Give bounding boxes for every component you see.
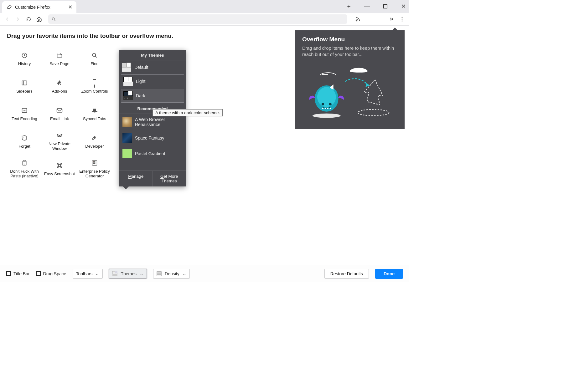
search-icon: [51, 17, 56, 22]
svg-point-7: [92, 53, 96, 56]
palette-item-zoom[interactable]: − +Zoom Controls: [77, 73, 112, 99]
svg-rect-22: [93, 163, 94, 164]
url-bar[interactable]: [48, 14, 347, 24]
item-label: Save Page: [49, 61, 70, 66]
home-button[interactable]: [34, 14, 44, 24]
overflow-desc: Drag and drop items here to keep them wi…: [302, 45, 398, 58]
palette-item-save-page[interactable]: Save Page: [42, 46, 77, 71]
rec-theme-space[interactable]: Space Fantasy: [119, 130, 186, 146]
palette-item-synced-tabs[interactable]: Synced Tabs: [77, 101, 112, 126]
theme-preview-icon: [123, 91, 133, 100]
svg-rect-32: [325, 108, 326, 109]
svg-point-1: [52, 18, 55, 20]
overflow-chevron-icon[interactable]: [387, 14, 396, 24]
item-label: Forget: [18, 144, 30, 149]
reload-button[interactable]: [24, 14, 33, 24]
close-tab-icon[interactable]: ✕: [68, 5, 73, 10]
themes-getmore-button[interactable]: Get More Themes: [153, 171, 186, 186]
themes-manage-button[interactable]: Manage: [119, 171, 153, 186]
paste-ext-icon: [20, 159, 28, 167]
themes-dropdown[interactable]: Themes⌄: [109, 269, 147, 279]
titlebar-checkbox[interactable]: Title Bar: [6, 271, 30, 276]
palette-item-forget[interactable]: Forget: [7, 128, 42, 154]
palette-item-addons[interactable]: Add-ons: [42, 73, 77, 99]
palette-item-developer[interactable]: Developer: [77, 128, 112, 154]
svg-point-2: [356, 20, 356, 21]
sidebars-icon: [20, 79, 28, 87]
item-label: New Private Window: [43, 141, 76, 151]
nav-toolbar: [0, 13, 409, 26]
density-dropdown[interactable]: Density⌄: [153, 269, 190, 279]
palette-item-history[interactable]: History: [7, 46, 42, 71]
theme-label: Dark: [136, 93, 145, 98]
app-menu-button[interactable]: [397, 14, 407, 24]
tab-title: Customize Firefox: [15, 5, 50, 10]
restore-defaults-button[interactable]: Restore Defaults: [324, 269, 369, 279]
svg-point-29: [322, 103, 324, 105]
private-icon: [55, 131, 64, 140]
theme-preview-icon: [122, 63, 131, 72]
window-minimize-icon[interactable]: —: [363, 3, 371, 10]
palette-item-sidebars[interactable]: Sidebars: [7, 73, 42, 99]
item-label: Add-ons: [52, 89, 67, 94]
palette-item-private-window[interactable]: New Private Window: [42, 128, 77, 154]
theme-swatch-icon: [112, 271, 117, 276]
svg-point-4: [401, 18, 402, 19]
theme-row-light[interactable]: Light: [121, 74, 184, 88]
svg-point-5: [401, 20, 402, 21]
item-label: Easy Screenshot: [44, 171, 75, 176]
chevron-down-icon: ⌄: [96, 271, 99, 276]
toolbars-dropdown[interactable]: Toolbars⌄: [73, 269, 103, 279]
palette-item-text-encoding[interactable]: æText Encoding: [7, 101, 42, 126]
dragspace-checkbox[interactable]: Drag Space: [36, 271, 66, 276]
palette-item-paste-ext[interactable]: Don't Fuck With Paste (inactive): [7, 156, 42, 181]
rec-theme-pastel[interactable]: Pastel Gradient: [119, 146, 186, 161]
forget-icon: [20, 134, 28, 142]
feed-icon[interactable]: [353, 14, 362, 24]
overflow-menu-panel[interactable]: Overflow Menu Drag and drop items here t…: [295, 30, 405, 129]
new-tab-button[interactable]: ＋: [345, 3, 353, 10]
themes-popup: My Themes Default Light Dark Recommended…: [119, 50, 186, 186]
item-label: Synced Tabs: [83, 116, 106, 121]
window-maximize-icon[interactable]: [381, 3, 389, 10]
item-label: Enterprise Policy Generator: [78, 169, 111, 178]
chevron-down-icon: ⌄: [183, 271, 186, 276]
zoom-icon: − +: [91, 79, 99, 87]
developer-icon: [91, 134, 99, 142]
rec-label: Pastel Gradient: [135, 151, 165, 156]
theme-swatch: [122, 149, 132, 158]
themes-header: My Themes: [119, 50, 186, 60]
theme-preview-icon: [123, 77, 133, 86]
back-button[interactable]: [3, 14, 12, 24]
palette-item-find[interactable]: Find: [77, 46, 112, 71]
item-label: History: [18, 61, 31, 66]
tab-customize[interactable]: Customize Firefox ✕: [2, 1, 76, 13]
theme-swatch: [122, 117, 132, 127]
density-icon: [157, 271, 162, 276]
theme-row-default[interactable]: Default: [119, 60, 186, 74]
svg-rect-13: [93, 109, 96, 111]
item-label: Email Link: [50, 116, 69, 121]
overflow-title: Overflow Menu: [302, 36, 398, 43]
theme-row-dark[interactable]: Dark: [121, 89, 184, 103]
tab-strip: Customize Firefox ✕ ＋ — ✕: [0, 0, 409, 13]
dragspace-label: Drag Space: [43, 271, 66, 276]
window-close-icon[interactable]: ✕: [400, 3, 407, 10]
palette-item-policy-ext[interactable]: Enterprise Policy Generator: [77, 156, 112, 181]
save-page-icon: [55, 51, 64, 59]
svg-rect-21: [94, 161, 95, 162]
titlebar-label: Title Bar: [13, 271, 30, 276]
palette-item-screenshot[interactable]: Easy Screenshot: [42, 156, 77, 181]
svg-rect-33: [327, 108, 328, 109]
syncedtabs-icon: [91, 106, 99, 115]
done-button[interactable]: Done: [375, 269, 403, 279]
svg-point-28: [317, 87, 336, 107]
tooltip: A theme with a dark color scheme.: [153, 109, 223, 116]
find-icon: [91, 51, 99, 59]
paintbrush-icon: [7, 4, 12, 10]
item-label: Find: [91, 61, 98, 66]
palette-item-email-link[interactable]: Email Link: [42, 101, 77, 126]
item-label: Zoom Controls: [81, 89, 108, 94]
rec-label: Space Fantasy: [135, 135, 164, 140]
forward-button[interactable]: [13, 14, 23, 24]
